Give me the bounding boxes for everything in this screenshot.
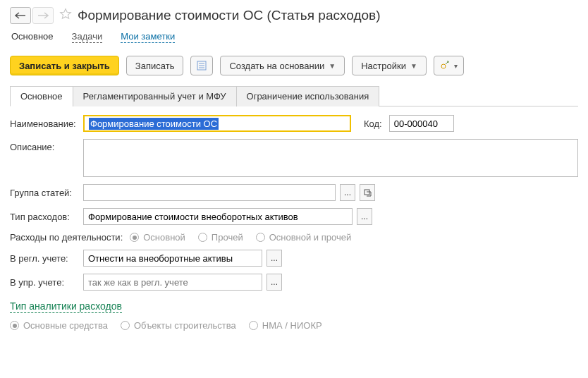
description-field[interactable]: [83, 139, 578, 177]
tab-main[interactable]: Основное: [10, 86, 73, 106]
group-field[interactable]: [83, 184, 336, 201]
label-expense-type: Тип расходов:: [10, 212, 79, 222]
chevron-down-icon: ▼: [329, 62, 336, 70]
radio-analytics-construction[interactable]: Объекты строительства: [121, 320, 236, 331]
link-notes[interactable]: Мои заметки: [121, 31, 175, 43]
mgmt-acc-field[interactable]: [83, 274, 262, 291]
tab-reg[interactable]: Регламентированный учет и МФУ: [73, 86, 237, 106]
label-mgmt-acc: В упр. учете:: [10, 277, 79, 288]
label-activity: Расходы по деятельности:: [10, 232, 123, 243]
radio-icon: [130, 233, 139, 242]
reg-acc-select-button[interactable]: ...: [267, 250, 282, 267]
chevron-down-icon: ▾: [454, 62, 458, 70]
expense-type-field[interactable]: [83, 208, 353, 225]
list-button[interactable]: [190, 56, 213, 75]
radio-analytics-nma[interactable]: НМА / НИОКР: [249, 320, 322, 331]
radio-activity-main[interactable]: Основной: [130, 232, 185, 243]
label-name: Наименование:: [10, 118, 79, 129]
code-field[interactable]: [389, 115, 454, 132]
expense-type-select-button[interactable]: ...: [357, 208, 372, 225]
radio-icon: [249, 321, 258, 330]
page-title: Формирование стоимости ОС (Статья расход…: [78, 8, 380, 23]
chevron-down-icon: ▼: [410, 62, 417, 70]
radio-activity-other[interactable]: Прочей: [198, 232, 243, 243]
create-based-button[interactable]: Создать на основании ▼: [220, 56, 345, 75]
extra-button[interactable]: ▾: [434, 56, 464, 75]
radio-icon: [10, 321, 19, 330]
label-reg-acc: В регл. учете:: [10, 253, 79, 264]
save-close-button[interactable]: Записать и закрыть: [10, 56, 119, 75]
link-icon: [440, 60, 450, 72]
radio-analytics-fixed[interactable]: Основные средства: [10, 320, 108, 331]
tab-restrict[interactable]: Ограничение использования: [236, 86, 380, 106]
label-description: Описание:: [10, 139, 79, 152]
forward-button[interactable]: [32, 7, 54, 24]
list-icon: [197, 61, 207, 71]
label-code: Код:: [364, 118, 382, 129]
save-button[interactable]: Записать: [126, 56, 184, 75]
group-open-button[interactable]: [360, 184, 375, 201]
back-button[interactable]: [10, 7, 31, 24]
settings-button[interactable]: Настройки ▼: [352, 56, 427, 75]
favorite-icon[interactable]: [59, 8, 72, 24]
analytics-section-title[interactable]: Тип аналитики расходов: [10, 300, 122, 313]
mgmt-acc-select-button[interactable]: ...: [267, 274, 282, 291]
svg-point-4: [441, 64, 446, 68]
radio-icon: [121, 321, 130, 330]
radio-icon: [256, 233, 265, 242]
link-main[interactable]: Основное: [11, 31, 54, 43]
radio-icon: [198, 233, 207, 242]
group-select-button[interactable]: ...: [340, 184, 355, 201]
reg-acc-field[interactable]: [83, 250, 262, 267]
label-group: Группа статей:: [10, 188, 79, 198]
radio-activity-both[interactable]: Основной и прочей: [256, 232, 352, 243]
link-tasks[interactable]: Задачи: [72, 31, 103, 43]
name-field[interactable]: Формирование стоимости ОС: [83, 115, 351, 132]
